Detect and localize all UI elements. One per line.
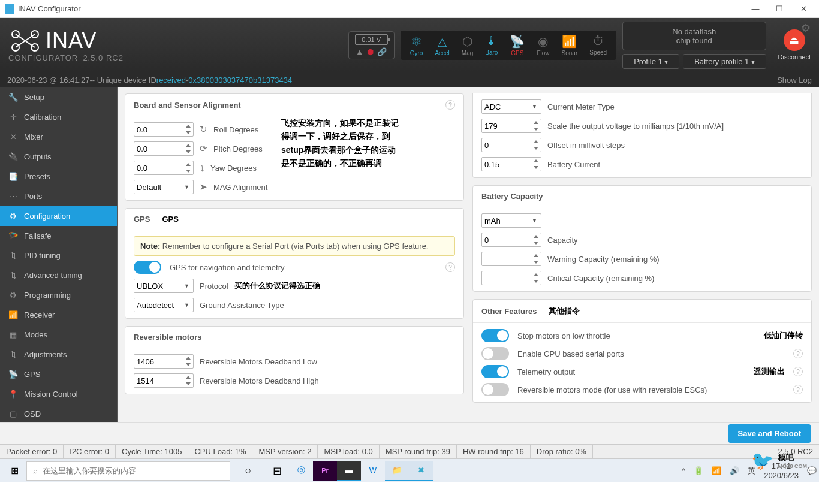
telemetry-toggle[interactable] — [481, 365, 509, 378]
tray-wifi-icon[interactable]: 📶 — [712, 466, 721, 475]
status-cell: I2C error: 0 — [64, 445, 116, 458]
rev-low-input[interactable]: 1406 — [134, 354, 194, 369]
app-icon-1[interactable]: ▬ — [337, 461, 361, 481]
start-button[interactable]: ⊞ — [2, 459, 26, 483]
settings-gear-icon[interactable]: ⚙ — [801, 22, 811, 35]
status-bar: Packet error: 0I2C error: 0Cycle Time: 1… — [0, 444, 819, 458]
help-icon[interactable]: ? — [445, 100, 455, 110]
status-cell: Cycle Time: 1005 — [116, 445, 188, 458]
taskview-icon[interactable]: ⊟ — [265, 459, 289, 483]
log-bar: 2020-06-23 @ 16:41:27 -- Unique device I… — [0, 72, 819, 87]
sidebar-item-gps[interactable]: 📡GPS — [0, 364, 117, 384]
premiere-app-icon[interactable]: Pr — [313, 461, 337, 481]
warning-icon: ▲ — [356, 47, 363, 56]
sidebar-item-advanced-tuning[interactable]: ⇅Advanced tuning — [0, 265, 117, 285]
rev-high-input[interactable]: 1514 — [134, 373, 194, 388]
help-icon[interactable]: ? — [793, 385, 803, 394]
battery-profile-select[interactable]: Battery profile 1 ▾ — [683, 54, 766, 69]
status-cell: Drop ratio: 0% — [531, 445, 593, 458]
notifications-icon[interactable]: 💬 — [807, 466, 817, 475]
crit-capacity-input[interactable] — [481, 271, 541, 285]
watermark: 🐦 模吧MOZ8 COM — [751, 450, 808, 471]
edge-app-icon[interactable]: ⓔ — [289, 461, 313, 481]
alignment-note-cn: 飞控安装方向，如果不是正装记得调一下，调好之后保存，到setup界面去看那个盒子… — [281, 116, 401, 170]
tray-battery-icon[interactable]: 🔋 — [694, 466, 703, 475]
capacity-unit-select[interactable]: mAh — [481, 213, 541, 228]
tray-up-icon[interactable]: ^ — [682, 466, 685, 475]
maximize-button[interactable]: ☐ — [773, 4, 785, 13]
sidebar-item-osd[interactable]: ▢OSD — [0, 404, 117, 422]
current-scale-input[interactable]: 179 — [481, 119, 541, 133]
dataflash-status: No dataflashchip found — [622, 22, 766, 50]
warn-capacity-input[interactable] — [481, 252, 541, 266]
profile-select[interactable]: Profile 1 ▾ — [622, 54, 679, 69]
status-cell: MSP round trip: 39 — [380, 445, 457, 458]
cortana-icon[interactable]: ○ — [236, 459, 260, 483]
cpu-serial-toggle[interactable] — [481, 347, 509, 360]
protocol-select[interactable]: UBLOX — [134, 279, 194, 293]
reversible-mode-toggle[interactable] — [481, 383, 509, 396]
roll-input[interactable]: 0.0 — [134, 122, 194, 137]
capacity-input[interactable]: 0 — [481, 233, 541, 247]
capacity-panel: Battery Capacity mAh 0Capacity Warning C… — [472, 185, 812, 292]
close-button[interactable]: ✕ — [797, 4, 809, 13]
disconnect-button[interactable]: Disconnect — [778, 53, 811, 61]
window-title: INAV Configurator — [18, 4, 749, 13]
help-icon[interactable]: ? — [793, 367, 803, 376]
yaw-icon: ⤵ — [200, 163, 204, 173]
sidebar-item-presets[interactable]: 📑Presets — [0, 167, 117, 186]
current-offset-input[interactable]: 0 — [481, 138, 541, 152]
taskbar-search[interactable]: ⌕在这里输入你要搜索的内容 — [26, 461, 230, 481]
stop-motors-toggle[interactable] — [481, 329, 509, 342]
status-cell: Packet error: 0 — [0, 445, 64, 458]
current-panel: ADCCurrent Meter Type 179Scale the outpu… — [472, 93, 812, 178]
sensor-accel: △Accel — [429, 33, 455, 58]
ground-assist-select[interactable]: Autodetect — [134, 298, 194, 312]
explorer-icon[interactable]: 📁 — [385, 461, 409, 481]
sidebar-item-modes[interactable]: ▦Modes — [0, 325, 117, 345]
inav-app-icon[interactable]: ✖ — [409, 461, 433, 481]
sidebar-item-setup[interactable]: 🔧Setup — [0, 87, 117, 107]
sensor-bar: ⚛Gyro△Accel⬡Mag🌡Baro📡GPS◉Flow📶Sonar⏱Spee… — [401, 31, 616, 60]
pitch-icon: ⟳ — [200, 143, 207, 154]
wps-app-icon[interactable]: W — [361, 461, 385, 481]
reversible-panel: Reversible motors 1406Reversible Motors … — [125, 326, 464, 394]
sidebar-item-configuration[interactable]: ⚙Configuration — [0, 206, 117, 226]
gps-toggle[interactable] — [134, 261, 161, 274]
status-cell: MSP version: 2 — [252, 445, 318, 458]
mag-select[interactable]: Default — [134, 180, 194, 194]
sidebar-item-receiver[interactable]: 📶Receiver — [0, 305, 117, 325]
content-area: Board and Sensor Alignment? 0.0↻Roll Deg… — [118, 87, 819, 422]
sidebar-item-pid-tuning[interactable]: ⇅PID tuning — [0, 246, 117, 265]
minimize-button[interactable]: — — [749, 4, 761, 13]
show-log-button[interactable]: Show Log — [777, 76, 812, 84]
sidebar-item-adjustments[interactable]: ⇅Adjustments — [0, 345, 117, 364]
bottom-bar: Save and Reboot — [0, 422, 819, 444]
sensor-flow: ◉Flow — [531, 33, 555, 58]
alert-icon: ⬢ — [367, 47, 374, 56]
sidebar-item-failsafe[interactable]: 🪂Failsafe — [0, 226, 117, 246]
sidebar-item-mixer[interactable]: ✕Mixer — [0, 127, 117, 147]
sidebar-item-outputs[interactable]: 🔌Outputs — [0, 147, 117, 167]
mag-icon: ➤ — [200, 182, 207, 192]
tray-volume-icon[interactable]: 🔊 — [730, 466, 739, 475]
titlebar: INAV Configurator — ☐ ✕ — [0, 0, 819, 18]
sidebar-item-programming[interactable]: ⚙Programming — [0, 285, 117, 305]
sidebar-item-ports[interactable]: ⋯Ports — [0, 186, 117, 206]
battery-current-input[interactable]: 0.15 — [481, 157, 541, 171]
battery-widget: 0.01 V ▲ ⬢ 🔗 — [348, 31, 395, 59]
save-reboot-button[interactable]: Save and Reboot — [728, 424, 811, 443]
sensor-gps: 📡GPS — [504, 33, 531, 58]
battery-icon: 0.01 V — [355, 34, 388, 45]
gps-panel: GPSGPS Note: Remember to configure a Ser… — [125, 208, 464, 319]
sidebar-item-mission-control[interactable]: 📍Mission Control — [0, 384, 117, 404]
help-icon[interactable]: ? — [793, 349, 803, 358]
inav-logo-icon — [8, 28, 42, 53]
sidebar-item-calibration[interactable]: ✛Calibration — [0, 107, 117, 127]
sensor-baro: 🌡Baro — [479, 33, 504, 58]
yaw-input[interactable]: 0.0 — [134, 161, 194, 175]
current-type-select[interactable]: ADC — [481, 99, 541, 114]
help-icon[interactable]: ? — [445, 262, 455, 272]
sensor-speed: ⏱Speed — [583, 33, 613, 58]
pitch-input[interactable]: 0.0 — [134, 141, 194, 156]
